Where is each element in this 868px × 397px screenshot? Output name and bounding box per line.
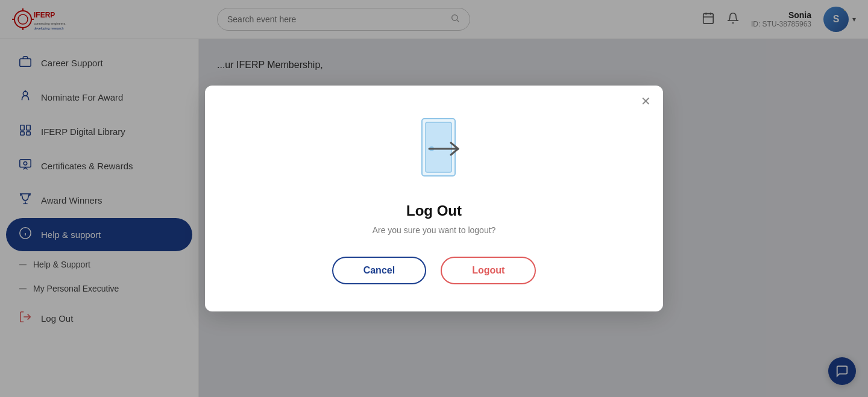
modal-overlay[interactable]: ✕ Log Out Are you sure you want to logou…: [0, 0, 868, 397]
logout-icon-illustration: [392, 110, 476, 188]
modal-title: Log Out: [406, 202, 462, 219]
logout-modal: ✕ Log Out Are you sure you want to logou…: [205, 86, 663, 311]
svg-rect-27: [426, 122, 451, 172]
modal-close-button[interactable]: ✕: [641, 95, 651, 107]
cancel-button[interactable]: Cancel: [332, 257, 426, 284]
modal-buttons: Cancel Logout: [332, 257, 536, 284]
logout-button[interactable]: Logout: [441, 257, 536, 284]
modal-subtitle: Are you sure you want to logout?: [373, 225, 496, 235]
